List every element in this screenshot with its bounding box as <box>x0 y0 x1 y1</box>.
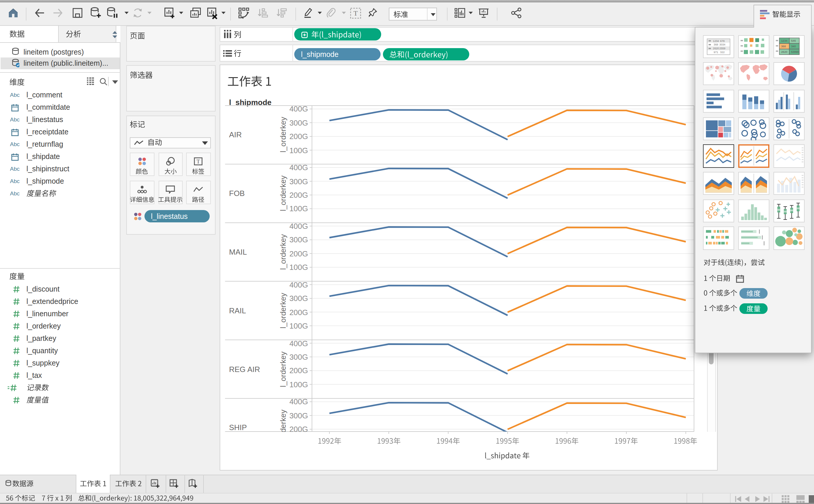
svg-text:3034: 3034 <box>720 43 725 46</box>
svg-text:2559: 2559 <box>720 47 725 50</box>
svg-text:T: T <box>197 158 200 165</box>
svg-text:368: 368 <box>781 44 786 48</box>
svg-text:2620: 2620 <box>713 47 719 50</box>
svg-text:322: 322 <box>720 50 725 53</box>
svg-text:2620: 2620 <box>781 50 788 53</box>
svg-text:1234: 1234 <box>713 39 719 42</box>
svg-text:340: 340 <box>791 44 796 48</box>
svg-text:1234: 1234 <box>781 39 788 42</box>
svg-text:971: 971 <box>714 50 718 53</box>
svg-text:546: 546 <box>791 39 796 42</box>
svg-text:T: T <box>354 9 358 17</box>
svg-text:368: 368 <box>714 43 718 46</box>
svg-text:53890: 53890 <box>791 50 799 53</box>
svg-text:678: 678 <box>720 39 725 42</box>
